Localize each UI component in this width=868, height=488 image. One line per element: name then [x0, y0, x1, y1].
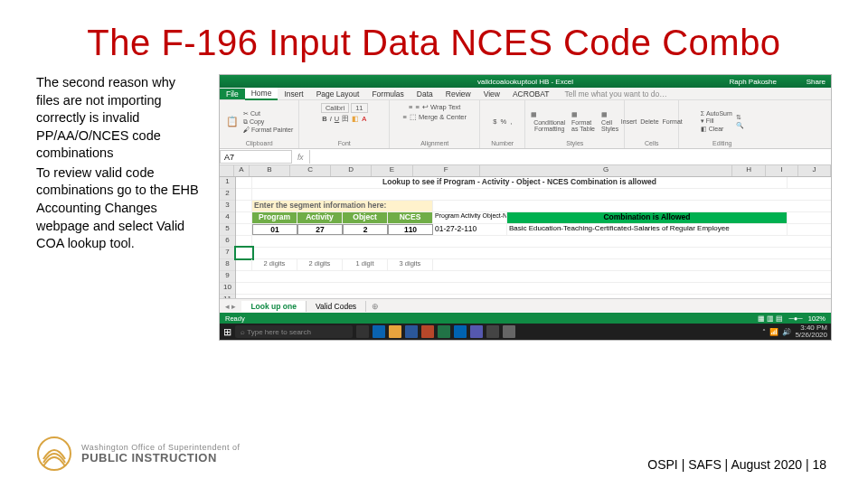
delete-cells-button[interactable]: Delete — [640, 118, 658, 125]
view-layout-icon[interactable]: ▥ — [767, 314, 774, 323]
sort-filter-button[interactable]: ⇅ — [736, 114, 741, 121]
start-icon[interactable]: ⊞ — [223, 326, 231, 338]
name-box[interactable]: A7 — [220, 150, 292, 164]
fill-button[interactable]: ▾ Fill — [701, 117, 714, 125]
excel-screenshot: validcoalookuptool HB - Excel Raph Pakos… — [219, 74, 832, 341]
view-break-icon[interactable]: ▤ — [776, 314, 783, 323]
row-3[interactable]: 3 — [220, 201, 235, 212]
app-icon-2[interactable] — [503, 325, 515, 338]
app-icon[interactable] — [486, 325, 499, 338]
bold-button[interactable]: B — [322, 115, 326, 124]
val-program[interactable]: 01 — [252, 224, 297, 235]
merge-center-button[interactable]: ⬚ Merge & Center — [410, 113, 467, 121]
col-E[interactable]: E — [372, 165, 412, 176]
col-A[interactable]: A — [234, 165, 249, 176]
tab-formulas[interactable]: Formulas — [365, 89, 410, 99]
currency-button[interactable]: $ — [493, 117, 496, 126]
word-icon[interactable] — [405, 325, 418, 338]
find-select-button[interactable]: 🔍 — [736, 122, 744, 129]
tab-view[interactable]: View — [477, 89, 506, 99]
clipboard-label: Clipboard — [246, 140, 273, 146]
font-color-button[interactable]: A — [362, 115, 366, 124]
tab-acrobat[interactable]: ACROBAT — [506, 89, 555, 99]
underline-button[interactable]: U — [335, 115, 339, 124]
col-C[interactable]: C — [290, 165, 331, 176]
wifi-icon[interactable]: 📶 — [769, 328, 778, 336]
cells-grid[interactable]: Lookup to see if Program - Activity - Ob… — [236, 177, 831, 298]
cortana-icon[interactable] — [356, 325, 369, 338]
format-as-table-button[interactable]: ▦ — [571, 111, 578, 118]
zoom-level[interactable]: 102% — [808, 314, 826, 323]
row-2[interactable]: 2 — [220, 189, 235, 201]
styles-label: Styles — [566, 140, 583, 146]
paste-icon[interactable]: 📋 — [225, 115, 240, 129]
row-6[interactable]: 6 — [220, 236, 235, 248]
outlook-icon[interactable] — [454, 325, 467, 338]
col-H[interactable]: H — [732, 165, 765, 176]
sheet-tab-valid-codes[interactable]: Valid Codes — [307, 301, 366, 312]
formula-bar[interactable] — [309, 150, 831, 164]
tab-page-layout[interactable]: Page Layout — [310, 89, 366, 99]
col-D[interactable]: D — [331, 165, 372, 176]
conditional-formatting-button[interactable]: ▦ — [531, 111, 537, 118]
status-bar: Ready ▦ ▥ ▤ ─●─ 102% — [220, 313, 831, 324]
tray-up-icon[interactable]: ˄ — [762, 328, 766, 336]
cell-styles-button[interactable]: ▦ — [601, 111, 608, 118]
val-object[interactable]: 2 — [343, 224, 388, 235]
insert-cells-button[interactable]: Insert — [621, 118, 637, 125]
tab-review[interactable]: Review — [439, 89, 477, 99]
col-G[interactable]: G — [480, 165, 733, 176]
row-7[interactable]: 7 — [220, 248, 235, 259]
percent-button[interactable]: % — [500, 117, 506, 126]
row-8[interactable]: 8 — [220, 259, 235, 271]
tab-insert[interactable]: Insert — [278, 89, 309, 99]
sheet-tabs: ◂ ▸ Look up one Valid Codes ⊕ — [220, 298, 831, 313]
view-normal-icon[interactable]: ▦ — [758, 314, 765, 323]
val-nces[interactable]: 110 — [388, 224, 433, 235]
italic-button[interactable]: I — [330, 115, 332, 124]
powerpoint-icon[interactable] — [421, 325, 434, 338]
autosum-button[interactable]: Σ AutoSum — [701, 110, 732, 117]
col-I[interactable]: I — [766, 165, 798, 176]
sheet-tab-lookup[interactable]: Look up one — [241, 301, 307, 312]
share-button[interactable]: Share — [807, 78, 826, 86]
clear-button[interactable]: ◧ Clear — [701, 126, 724, 133]
col-B[interactable]: B — [250, 165, 290, 176]
col-F[interactable]: F — [413, 165, 480, 176]
edge-icon[interactable] — [373, 325, 385, 338]
align-top-icon[interactable]: ≡ — [409, 103, 412, 111]
tab-file[interactable]: File — [220, 89, 245, 99]
col-J[interactable]: J — [798, 165, 831, 176]
tab-data[interactable]: Data — [410, 89, 439, 99]
taskbar-search[interactable]: ⌕ Type here to search — [235, 325, 353, 338]
teams-icon[interactable] — [470, 325, 483, 338]
align-left-icon[interactable]: ≡ — [403, 113, 407, 121]
row-10[interactable]: 10 — [220, 283, 235, 295]
new-sheet-button[interactable]: ⊕ — [366, 302, 384, 311]
taskbar-date[interactable]: 5/26/2020 — [795, 331, 827, 339]
comma-button[interactable]: , — [510, 117, 512, 126]
font-size[interactable]: 11 — [351, 103, 367, 113]
align-mid-icon[interactable]: ≡ — [415, 103, 419, 111]
row-1[interactable]: 1 — [220, 177, 235, 189]
folder-icon[interactable] — [389, 325, 401, 338]
tab-home[interactable]: Home — [245, 88, 278, 100]
row-9[interactable]: 9 — [220, 271, 235, 283]
sheet-area[interactable]: 1 2 3 4 5 6 7 8 9 10 11 12 13 14 15 Look… — [220, 177, 831, 298]
font-name[interactable]: Calibri — [321, 103, 349, 113]
border-button[interactable]: 田 — [342, 115, 349, 124]
val-activity[interactable]: 27 — [297, 224, 343, 235]
fill-color-button[interactable]: ◧ — [352, 115, 359, 124]
sheet-nav-left-icon[interactable]: ◂ ▸ — [220, 302, 241, 311]
volume-icon[interactable]: 🔊 — [782, 328, 791, 336]
wrap-text-button[interactable]: ↩ Wrap Text — [422, 103, 461, 111]
row-4[interactable]: 4 — [220, 212, 235, 224]
excel-icon[interactable] — [438, 325, 450, 338]
ribbon-alignment: ≡ ≡ ↩ Wrap Text ≡ ⬚ Merge & Center Align… — [390, 100, 480, 148]
row-5[interactable]: 5 — [220, 224, 235, 236]
fx-icon[interactable]: fx — [292, 153, 309, 162]
copy-button[interactable]: ⧉ Copy — [243, 118, 264, 126]
cut-button[interactable]: ✂ Cut — [243, 110, 260, 117]
format-painter-button[interactable]: 🖌 Format Painter — [243, 127, 293, 133]
tell-me[interactable]: Tell me what you want to do… — [555, 89, 831, 99]
